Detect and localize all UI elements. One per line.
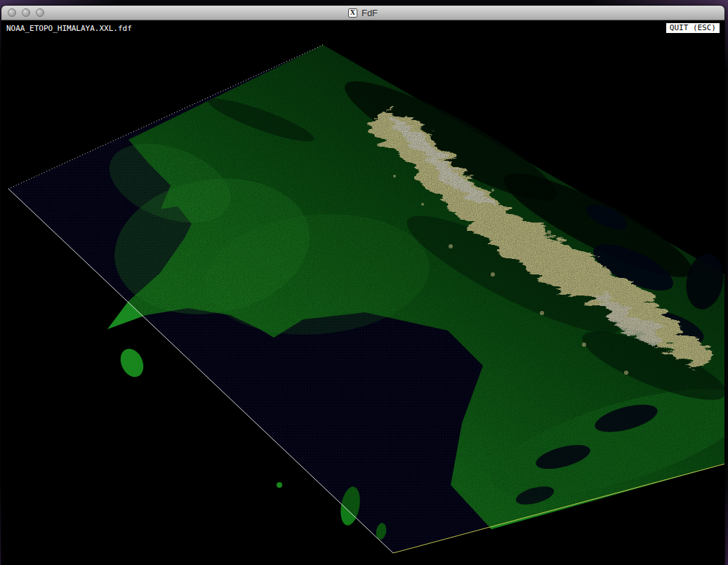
statusbar: NOAA_ETOPO_HIMALAYA.XXL.fdf QUIT (ESC) bbox=[1, 20, 724, 36]
fdf-window: X FdF NOAA_ETOPO_HIMALAYA.XXL.fdf QUIT (… bbox=[1, 6, 724, 565]
desktop: { "window": { "title": "FdF", "icon_glyp… bbox=[0, 0, 728, 565]
x11-icon: X bbox=[348, 8, 357, 18]
sri-lanka-island bbox=[117, 345, 148, 381]
small-island bbox=[277, 482, 282, 488]
quit-button[interactable]: QUIT (ESC) bbox=[666, 23, 720, 33]
render-canvas bbox=[1, 36, 724, 565]
terrain-render bbox=[1, 36, 724, 565]
titlebar-center: X FdF bbox=[1, 6, 724, 20]
grain-overlay bbox=[8, 45, 724, 553]
map-filename: NOAA_ETOPO_HIMALAYA.XXL.fdf bbox=[6, 24, 132, 33]
window-title: FdF bbox=[362, 8, 378, 18]
window-titlebar[interactable]: X FdF bbox=[1, 6, 724, 20]
